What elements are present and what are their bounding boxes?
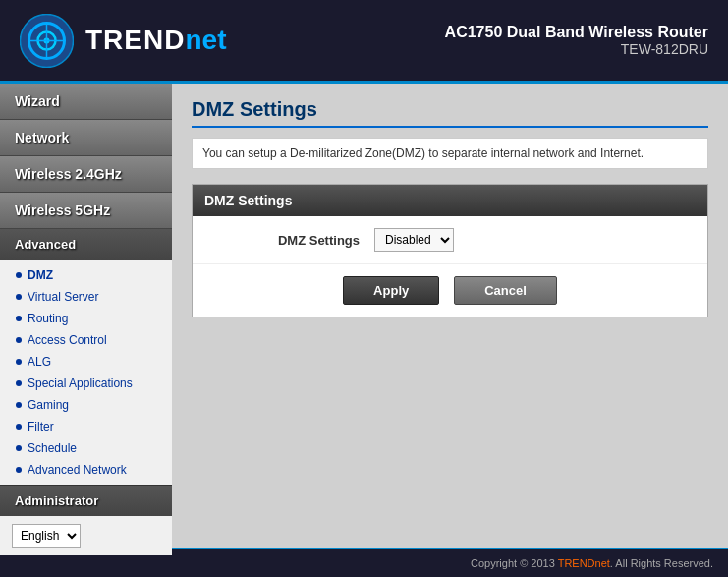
router-sku: TEW-812DRU bbox=[445, 41, 708, 57]
sidebar-advanced-menu: DMZ Virtual Server Routing Access Contro… bbox=[0, 260, 172, 485]
dmz-settings-label: DMZ Settings bbox=[212, 233, 360, 248]
logo-text: TRENDnet bbox=[85, 25, 226, 56]
sidebar-btn-network[interactable]: Network bbox=[0, 120, 172, 156]
sidebar-item-filter-label: Filter bbox=[28, 420, 54, 433]
sidebar-item-routing-label: Routing bbox=[28, 312, 68, 325]
sidebar-item-schedule[interactable]: Schedule bbox=[0, 437, 172, 459]
bullet-icon bbox=[16, 380, 22, 386]
sidebar-btn-wireless5[interactable]: Wireless 5GHz bbox=[0, 193, 172, 229]
trendnet-logo-icon bbox=[20, 14, 74, 68]
sidebar-section-advanced: Advanced bbox=[0, 229, 172, 260]
bullet-icon bbox=[16, 467, 22, 473]
page-title: DMZ Settings bbox=[192, 98, 708, 128]
bullet-icon bbox=[16, 402, 22, 408]
sidebar-item-dmz[interactable]: DMZ bbox=[0, 264, 172, 286]
sidebar-btn-wireless24[interactable]: Wireless 2.4GHz bbox=[0, 156, 172, 193]
sidebar-item-gaming-label: Gaming bbox=[28, 398, 69, 412]
sidebar-item-advanced-network-label: Advanced Network bbox=[28, 463, 127, 477]
bullet-icon bbox=[16, 337, 22, 343]
sidebar-item-special-applications[interactable]: Special Applications bbox=[0, 373, 172, 394]
sidebar-item-gaming[interactable]: Gaming bbox=[0, 394, 172, 416]
page-description: You can setup a De-militarized Zone(DMZ)… bbox=[192, 138, 708, 169]
sidebar-item-access-control[interactable]: Access Control bbox=[0, 329, 172, 351]
sidebar-item-advanced-network[interactable]: Advanced Network bbox=[0, 459, 172, 481]
bullet-icon bbox=[16, 294, 22, 300]
router-info: AC1750 Dual Band Wireless Router TEW-812… bbox=[445, 24, 708, 57]
language-select[interactable]: English bbox=[12, 524, 81, 548]
sidebar-item-dmz-label: DMZ bbox=[28, 268, 53, 282]
bullet-icon bbox=[16, 359, 22, 365]
content-area: DMZ Settings You can setup a De-militari… bbox=[172, 84, 728, 548]
sidebar-section-administrator: Administrator bbox=[0, 485, 172, 516]
sidebar-item-routing[interactable]: Routing bbox=[0, 308, 172, 329]
header: TRENDnet AC1750 Dual Band Wireless Route… bbox=[0, 0, 728, 84]
sidebar-item-special-applications-label: Special Applications bbox=[28, 376, 133, 390]
sidebar-item-alg[interactable]: ALG bbox=[0, 351, 172, 373]
sidebar-item-filter[interactable]: Filter bbox=[0, 416, 172, 437]
sidebar-item-virtual-server[interactable]: Virtual Server bbox=[0, 286, 172, 308]
dmz-settings-box: DMZ Settings DMZ Settings Disabled Enabl… bbox=[192, 184, 708, 317]
dmz-buttons-row: Apply Cancel bbox=[193, 264, 707, 317]
footer-copyright: Copyright © 2013 TRENDnet. All Rights Re… bbox=[471, 557, 713, 569]
sidebar: Wizard Network Wireless 2.4GHz Wireless … bbox=[0, 84, 172, 548]
sidebar-btn-wizard[interactable]: Wizard bbox=[0, 84, 172, 120]
sidebar-item-schedule-label: Schedule bbox=[28, 441, 77, 455]
sidebar-item-virtual-server-label: Virtual Server bbox=[28, 290, 98, 304]
sidebar-item-access-control-label: Access Control bbox=[28, 333, 107, 347]
bullet-icon bbox=[16, 445, 22, 451]
bullet-icon bbox=[16, 424, 22, 430]
bullet-icon bbox=[16, 316, 22, 321]
footer-brand: TRENDnet bbox=[558, 557, 610, 569]
language-select-wrap: English bbox=[0, 516, 172, 555]
logo-area: TRENDnet bbox=[20, 14, 226, 68]
sidebar-item-alg-label: ALG bbox=[28, 355, 51, 369]
main-layout: Wizard Network Wireless 2.4GHz Wireless … bbox=[0, 84, 728, 548]
dmz-settings-row: DMZ Settings Disabled Enabled bbox=[193, 216, 707, 264]
router-model: AC1750 Dual Band Wireless Router bbox=[445, 24, 708, 41]
cancel-button[interactable]: Cancel bbox=[454, 276, 557, 305]
dmz-settings-box-header: DMZ Settings bbox=[193, 185, 707, 216]
bullet-icon bbox=[16, 272, 22, 278]
dmz-status-select[interactable]: Disabled Enabled bbox=[374, 228, 454, 252]
apply-button[interactable]: Apply bbox=[343, 276, 439, 305]
content-inner: DMZ Settings You can setup a De-militari… bbox=[172, 84, 728, 332]
